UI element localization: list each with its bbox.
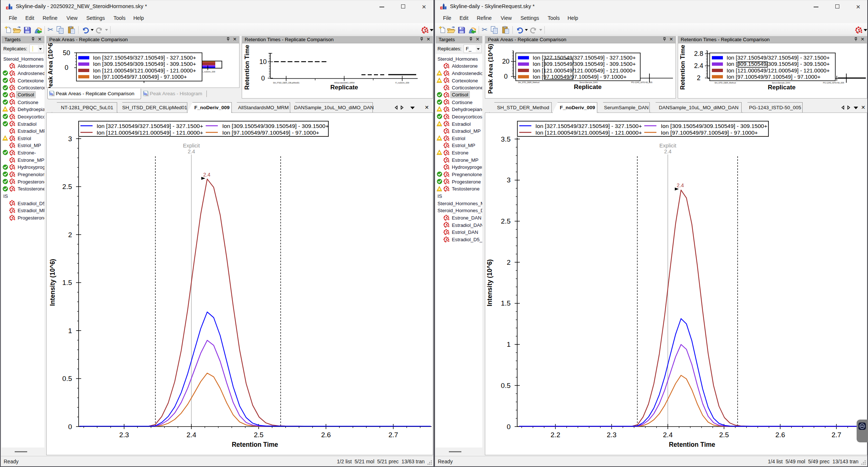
- svg-text:1.5: 1.5: [62, 279, 72, 286]
- svg-text:1: 1: [68, 327, 72, 335]
- svg-text:2.7: 2.7: [388, 431, 398, 439]
- svg-text:Ion [309.150549/309.150549] -: Ion [309.150549/309.150549] - 309.1500+: [661, 123, 767, 129]
- svg-text:Explicit: Explicit: [183, 143, 200, 149]
- svg-text:Explicit: Explicit: [659, 143, 676, 149]
- svg-text:Ion [121.000549/121.000549] -: Ion [121.000549/121.000549] - 121.0000+: [536, 129, 642, 136]
- svg-text:Ion [327.150549/327.150549] -: Ion [327.150549/327.150549] - 327.1500+: [93, 54, 196, 61]
- svg-text:2.2: 2.2: [551, 431, 560, 439]
- svg-text:2.4: 2.4: [677, 182, 684, 188]
- svg-text:2.4: 2.4: [694, 62, 703, 69]
- svg-text:Retention Time: Retention Time: [679, 45, 686, 90]
- svg-text:Replicate: Replicate: [768, 84, 796, 91]
- svg-text:Retention Time: Retention Time: [669, 441, 715, 448]
- svg-text:3: 3: [68, 135, 72, 143]
- svg-text:2.4: 2.4: [203, 172, 210, 178]
- svg-text:1.5: 1.5: [501, 299, 511, 307]
- svg-text:0.5: 0.5: [501, 382, 511, 389]
- svg-text:Peak Area (10^6): Peak Area (10^6): [487, 44, 494, 94]
- svg-text:SH_STD_DER_Method: SH_STD_DER_Method: [518, 81, 539, 83]
- svg-text:2.5: 2.5: [501, 217, 511, 225]
- svg-text:1: 1: [507, 341, 511, 348]
- svg-text:Ion [97.100549/97.100549] - 97: Ion [97.100549/97.100549] - 97.1000+: [661, 129, 758, 136]
- svg-text:0: 0: [507, 423, 511, 431]
- svg-text:2.4: 2.4: [187, 431, 197, 439]
- svg-text:20: 20: [502, 58, 509, 65]
- svg-text:0: 0: [504, 73, 508, 80]
- svg-text:Ion [327.150549/327.150549] -: Ion [327.150549/327.150549] - 327.1500+: [533, 54, 636, 61]
- svg-text:Ion [309.150549/309.150549] -: Ion [309.150549/309.150549] - 309.1500+: [222, 123, 329, 129]
- svg-text:Ion [327.150549/327.150549] -: Ion [327.150549/327.150549] - 327.1500+: [536, 123, 642, 129]
- svg-text:2.7: 2.7: [832, 431, 841, 439]
- svg-text:2.4: 2.4: [664, 149, 671, 154]
- svg-text:2.6: 2.6: [775, 431, 785, 439]
- svg-text:F_noDeriv_009: F_noDeriv_009: [201, 71, 215, 73]
- svg-text:Ion [309.150549/309.150549] -: Ion [309.150549/309.150549] - 309.1500+: [533, 61, 636, 67]
- svg-text:10: 10: [259, 58, 267, 65]
- svg-text:PG-1243_ISTD-50_005: PG-1243_ISTD-50_005: [823, 82, 844, 84]
- svg-text:Peak Area (10^6): Peak Area (10^6): [47, 43, 54, 88]
- svg-text:Ion [97.100549/97.100549] - 97: Ion [97.100549/97.100549] - 97.1000+: [727, 74, 821, 80]
- svg-text:0: 0: [68, 423, 72, 431]
- svg-text:Ion [309.150549/309.150549] -: Ion [309.150549/309.150549] - 309.1500+: [93, 61, 196, 67]
- svg-text:2.8: 2.8: [694, 50, 703, 57]
- svg-text:2.5: 2.5: [254, 431, 263, 439]
- svg-text:2.6: 2.6: [321, 431, 331, 439]
- svg-text:Retention Time: Retention Time: [244, 45, 251, 90]
- svg-text:SH_ITSD_DER_C8LipMed01: SH_ITSD_DER_C8LipMed01: [273, 82, 300, 84]
- svg-text:Ion [327.150549/327.150549] -: Ion [327.150549/327.150549] - 327.1500+: [97, 123, 203, 129]
- svg-text:SH_STD_DER_Method: SH_STD_DER_Method: [714, 82, 736, 84]
- svg-text:2: 2: [68, 231, 72, 239]
- svg-text:F_noDeriv_009: F_noDeriv_009: [395, 82, 409, 84]
- svg-text:2.3: 2.3: [119, 431, 129, 439]
- svg-text:Ion [327.150549/327.150549] -: Ion [327.150549/327.150549] - 327.1500+: [727, 54, 830, 61]
- svg-text:2.4: 2.4: [663, 431, 673, 439]
- svg-text:0: 0: [261, 75, 265, 82]
- svg-text:2: 2: [507, 259, 511, 266]
- svg-text:2.5: 2.5: [719, 431, 729, 439]
- svg-text:Ion [121.000549/121.000549] -: Ion [121.000549/121.000549] - 121.0000+: [93, 67, 196, 74]
- svg-text:2.3: 2.3: [607, 431, 616, 439]
- svg-text:Ion [97.100549/97.100549] - 97: Ion [97.100549/97.100549] - 97.1000+: [533, 74, 627, 80]
- svg-text:Ion [97.100549/97.100549] - 97: Ion [97.100549/97.100549] - 97.1000+: [222, 129, 319, 136]
- svg-text:3: 3: [507, 176, 511, 184]
- svg-text:0.5: 0.5: [62, 375, 72, 382]
- svg-text:Replicate: Replicate: [574, 83, 602, 90]
- svg-text:Ion [121.000549/121.000549] -: Ion [121.000549/121.000549] - 121.0000+: [727, 67, 830, 74]
- svg-text:50: 50: [63, 49, 70, 57]
- svg-text:0: 0: [65, 64, 68, 71]
- svg-text:Ion [97.100549/97.100549] - 97: Ion [97.100549/97.100549] - 97.1000+: [93, 74, 187, 80]
- svg-text:2: 2: [697, 74, 700, 82]
- svg-text:Ion [121.000549/121.000549] -: Ion [121.000549/121.000549] - 121.0000+: [97, 129, 203, 136]
- svg-text:3.5: 3.5: [501, 135, 511, 143]
- svg-text:Intensity (10^6): Intensity (10^6): [49, 259, 56, 306]
- svg-text:Ion [121.000549/121.000549] -: Ion [121.000549/121.000549] - 121.0000+: [533, 67, 636, 74]
- svg-text:2.4: 2.4: [188, 149, 195, 154]
- svg-text:Intensity (10^6): Intensity (10^6): [486, 259, 493, 306]
- svg-text:Replicate: Replicate: [330, 84, 358, 91]
- svg-text:Retention Time: Retention Time: [232, 441, 278, 448]
- svg-text:2.5: 2.5: [62, 183, 72, 190]
